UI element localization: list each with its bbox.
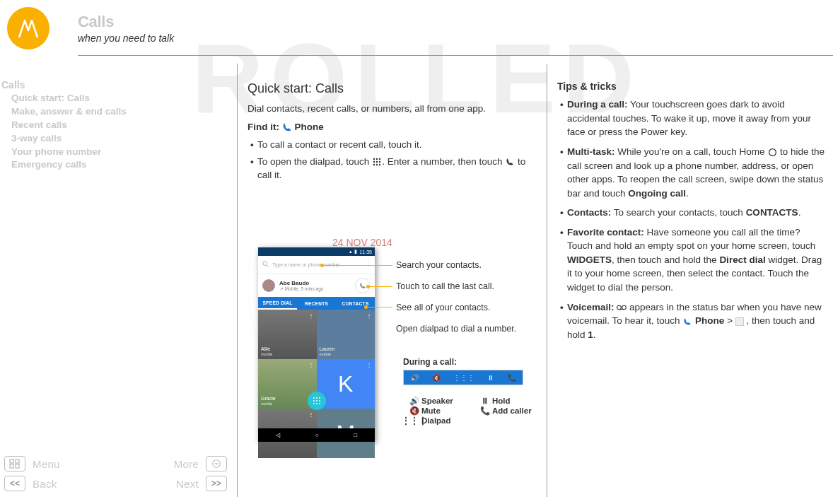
svg-rect-27 [16, 464, 19, 468]
tile-allie[interactable]: ⋮Alliemobile [258, 310, 317, 359]
findit-label: Find it: [247, 122, 279, 132]
dialpad-fab[interactable] [308, 392, 326, 410]
svg-point-15 [316, 400, 318, 402]
tile-lauren[interactable]: ⋮Laurenmobile [317, 310, 375, 359]
findit-app: Phone [295, 122, 324, 132]
svg-point-6 [373, 164, 375, 165]
nav-link-3way[interactable]: 3-way calls [11, 132, 226, 146]
bullet-1: • To call a contact or recent call, touc… [250, 138, 537, 152]
svg-point-19 [319, 403, 320, 404]
status-bar: ▴ ▮ 11:35 [258, 247, 375, 256]
menu-grid-icon [9, 459, 21, 469]
tab-contacts[interactable]: CONTACTS [336, 297, 375, 310]
next-icon: >> [211, 479, 221, 488]
hold-icon[interactable]: ⏸ [487, 374, 494, 382]
svg-point-4 [376, 161, 378, 163]
svg-point-3 [373, 161, 375, 163]
intro-text: Dial contacts, recent calls, or numbers,… [247, 102, 537, 116]
signal-icon: ▴ [349, 249, 352, 254]
tab-recents[interactable]: RECENTS [297, 297, 336, 310]
more-label: More [174, 458, 199, 470]
speaker-icon[interactable]: 🔊 [410, 374, 419, 382]
dialpad-bar-icon[interactable]: ⋮⋮⋮ [453, 374, 474, 382]
svg-point-11 [313, 397, 315, 399]
svg-point-5 [379, 161, 380, 163]
next-label: Next [176, 478, 199, 490]
lead-line-3 [366, 307, 392, 307]
addcaller-icon[interactable]: 📞 [508, 374, 516, 382]
home-circle-icon [767, 147, 777, 157]
svg-point-20 [769, 149, 776, 156]
opt-addcaller: 📞Add caller [481, 406, 544, 415]
back-button[interactable]: << [4, 476, 25, 491]
opt-hold: ⏸Hold [481, 397, 544, 405]
motorola-m-icon [18, 18, 39, 39]
nav-link-quickstart[interactable]: Quick start: Calls [11, 92, 226, 105]
call-icon [505, 157, 515, 167]
svg-point-12 [316, 397, 318, 399]
in-call-bar: 🔊 🔇 ⋮⋮⋮ ⏸ 📞 [403, 370, 523, 385]
dialpad-icon [372, 157, 382, 167]
opt-speaker: 🔊Speaker [410, 397, 474, 405]
svg-line-10 [267, 265, 269, 267]
center-column: Quick start: Calls Dial contacts, recent… [247, 79, 537, 185]
svg-point-16 [319, 400, 320, 402]
phone-app-icon [282, 122, 292, 132]
last-call-sub: ↗ Mobile, 5 mins ago [279, 286, 323, 292]
svg-point-22 [622, 305, 627, 310]
android-navbar: ◁ ○ □ [258, 428, 375, 442]
next-button[interactable]: >> [206, 476, 227, 491]
column-divider-2 [547, 64, 547, 497]
svg-point-14 [313, 400, 315, 402]
page-header: Calls when you need to talk [0, 7, 833, 49]
dialpad-box-icon [735, 317, 744, 326]
last-call-name: Abe Baudo [279, 280, 323, 286]
mute-icon[interactable]: 🔇 [432, 374, 441, 382]
tip-5: • Voicemail: appears in the status bar w… [560, 300, 826, 342]
back-label: Back [33, 478, 57, 490]
header-divider [78, 55, 833, 56]
nav-link-emergency[interactable]: Emergency calls [11, 158, 226, 172]
status-time: 11:35 [359, 250, 372, 254]
callout-dialpad: Open dialpad to dial a number. [396, 324, 516, 334]
tab-speeddial[interactable]: SPEED DIAL [258, 297, 297, 310]
sidebar-nav: Calls Quick start: Calls Make, answer & … [0, 79, 226, 172]
bullet-2: • To open the dialpad, touch . Enter a n… [250, 155, 537, 182]
svg-point-2 [379, 158, 380, 160]
back-nav-icon[interactable]: ◁ [276, 432, 280, 438]
svg-point-18 [316, 403, 318, 404]
menu-button[interactable] [4, 456, 25, 471]
more-button[interactable] [206, 456, 227, 471]
last-call-row[interactable]: Abe Baudo ↗ Mobile, 5 mins ago [258, 274, 375, 297]
home-nav-icon[interactable]: ○ [315, 432, 319, 438]
svg-point-0 [373, 158, 375, 160]
nav-section-title[interactable]: Calls [1, 79, 226, 90]
watermark-date: 24 NOV 2014 [332, 237, 392, 248]
lead-line-1 [322, 265, 392, 266]
opt-mute: 🔇Mute [410, 406, 474, 415]
search-icon [262, 261, 269, 269]
tip-4: • Favorite contact: Have someone you cal… [560, 225, 826, 295]
find-it-line: Find it: Phone [247, 120, 537, 134]
page-subtitle: when you need to talk [78, 33, 174, 44]
recent-nav-icon[interactable]: □ [354, 432, 357, 438]
right-column: Tips & tricks • During a call: Your touc… [557, 79, 826, 347]
avatar-icon [262, 279, 275, 292]
tip-3: • Contacts: To search your contacts, tou… [560, 206, 826, 220]
svg-point-13 [319, 397, 320, 399]
svg-point-17 [313, 403, 315, 404]
svg-rect-26 [10, 464, 13, 468]
call-options-legend: 🔊Speaker ⏸Hold 🔇Mute 📞Add caller ⋮⋮⋮Dial… [403, 397, 544, 425]
svg-point-7 [376, 164, 378, 165]
svg-point-21 [617, 305, 622, 310]
menu-label: Menu [33, 458, 60, 470]
svg-point-1 [376, 158, 378, 160]
nav-link-makeanswer[interactable]: Make, answer & end calls [11, 105, 226, 119]
nav-link-number[interactable]: Your phone number [11, 146, 226, 159]
tip-1: • During a call: Your touchscreen goes d… [560, 98, 826, 139]
phone-icon-small [682, 317, 692, 327]
page-title: Calls [78, 13, 174, 31]
during-call-title: During a call: [403, 357, 544, 367]
voicemail-icon [617, 303, 627, 312]
nav-link-recent[interactable]: Recent calls [11, 119, 226, 132]
